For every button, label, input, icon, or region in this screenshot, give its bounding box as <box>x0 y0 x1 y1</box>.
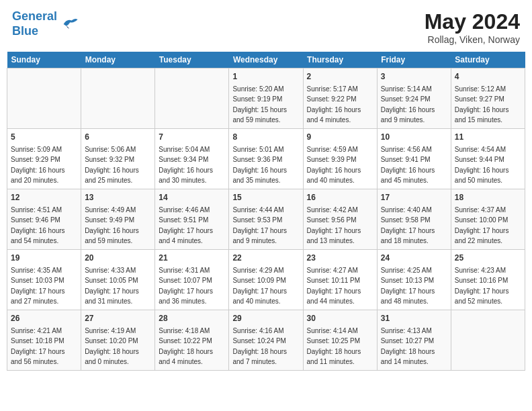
day-cell: 9 Sunrise: 4:59 AMSunset: 9:39 PMDayligh… <box>303 129 377 189</box>
day-info: Sunrise: 4:49 AMSunset: 9:49 PMDaylight:… <box>85 206 139 244</box>
day-info: Sunrise: 4:56 AMSunset: 9:41 PMDaylight:… <box>381 146 435 184</box>
day-number: 26 <box>11 313 77 324</box>
day-cell: 12 Sunrise: 4:51 AMSunset: 9:46 PMDaylig… <box>7 189 81 250</box>
header-tuesday: Tuesday <box>155 52 229 68</box>
calendar-table: SundayMondayTuesdayWednesdayThursdayFrid… <box>7 52 525 371</box>
day-cell: 3 Sunrise: 5:14 AMSunset: 9:24 PMDayligh… <box>377 68 451 129</box>
day-cell: 7 Sunrise: 5:04 AMSunset: 9:34 PMDayligh… <box>155 129 229 189</box>
day-info: Sunrise: 4:27 AMSunset: 10:11 PMDaylight… <box>307 267 361 305</box>
day-cell: 4 Sunrise: 5:12 AMSunset: 9:27 PMDayligh… <box>451 68 525 129</box>
header-monday: Monday <box>81 52 155 68</box>
day-number: 7 <box>159 132 225 143</box>
day-number: 25 <box>455 253 521 264</box>
day-info: Sunrise: 5:04 AMSunset: 9:34 PMDaylight:… <box>159 146 213 184</box>
day-number: 19 <box>11 253 77 264</box>
day-number: 16 <box>307 192 373 203</box>
day-info: Sunrise: 4:13 AMSunset: 10:27 PMDaylight… <box>381 327 435 365</box>
day-number: 14 <box>159 192 225 203</box>
calendar-header-row: SundayMondayTuesdayWednesdayThursdayFrid… <box>7 52 525 68</box>
day-cell: 21 Sunrise: 4:31 AMSunset: 10:07 PMDayli… <box>155 250 229 310</box>
day-number: 1 <box>232 71 299 83</box>
week-row-1: 1 Sunrise: 5:20 AMSunset: 9:19 PMDayligh… <box>7 68 525 129</box>
header-sunday: Sunday <box>7 52 81 68</box>
week-row-3: 12 Sunrise: 4:51 AMSunset: 9:46 PMDaylig… <box>7 189 525 250</box>
day-cell: 15 Sunrise: 4:44 AMSunset: 9:53 PMDaylig… <box>229 189 303 250</box>
week-row-4: 19 Sunrise: 4:35 AMSunset: 10:03 PMDayli… <box>7 250 525 310</box>
day-info: Sunrise: 4:21 AMSunset: 10:18 PMDaylight… <box>11 327 65 365</box>
day-cell: 30 Sunrise: 4:14 AMSunset: 10:25 PMDayli… <box>303 310 377 371</box>
day-info: Sunrise: 4:16 AMSunset: 10:24 PMDaylight… <box>232 327 287 365</box>
day-info: Sunrise: 5:12 AMSunset: 9:27 PMDaylight:… <box>455 85 509 124</box>
logo-general: General <box>12 9 57 23</box>
day-number: 28 <box>159 313 225 324</box>
day-cell: 24 Sunrise: 4:25 AMSunset: 10:13 PMDayli… <box>377 250 451 310</box>
day-number: 29 <box>232 313 299 324</box>
logo-bird-icon <box>60 15 79 34</box>
day-info: Sunrise: 4:46 AMSunset: 9:51 PMDaylight:… <box>159 206 213 244</box>
day-number: 17 <box>381 192 447 203</box>
day-number: 20 <box>85 253 151 264</box>
day-number: 18 <box>455 192 521 203</box>
week-row-2: 5 Sunrise: 5:09 AMSunset: 9:29 PMDayligh… <box>7 129 525 189</box>
day-number: 10 <box>381 132 447 143</box>
day-info: Sunrise: 4:25 AMSunset: 10:13 PMDaylight… <box>381 267 435 305</box>
day-cell: 1 Sunrise: 5:20 AMSunset: 9:19 PMDayligh… <box>229 68 303 129</box>
day-info: Sunrise: 4:44 AMSunset: 9:53 PMDaylight:… <box>232 206 287 244</box>
header-thursday: Thursday <box>303 52 377 68</box>
day-info: Sunrise: 5:01 AMSunset: 9:36 PMDaylight:… <box>232 146 287 184</box>
day-info: Sunrise: 5:17 AMSunset: 9:22 PMDaylight:… <box>307 85 361 124</box>
day-cell: 17 Sunrise: 4:40 AMSunset: 9:58 PMDaylig… <box>377 189 451 250</box>
day-cell: 20 Sunrise: 4:33 AMSunset: 10:05 PMDayli… <box>81 250 155 310</box>
month-title: May 2024 <box>425 9 520 34</box>
day-number: 3 <box>381 71 447 83</box>
day-number: 24 <box>381 253 447 264</box>
location: Rollag, Viken, Norway <box>425 34 520 45</box>
header-friday: Friday <box>377 52 451 68</box>
header-wednesday: Wednesday <box>229 52 303 68</box>
logo: General Blue <box>12 9 79 38</box>
day-cell <box>7 68 81 129</box>
day-info: Sunrise: 5:20 AMSunset: 9:19 PMDaylight:… <box>232 85 287 124</box>
day-number: 27 <box>85 313 151 324</box>
day-info: Sunrise: 5:14 AMSunset: 9:24 PMDaylight:… <box>381 85 435 124</box>
day-number: 2 <box>307 71 373 83</box>
day-cell: 25 Sunrise: 4:23 AMSunset: 10:16 PMDayli… <box>451 250 525 310</box>
day-info: Sunrise: 4:18 AMSunset: 10:22 PMDaylight… <box>159 327 213 365</box>
page-header: General Blue May 2024 Rollag, Viken, Nor… <box>7 7 525 48</box>
day-cell: 27 Sunrise: 4:19 AMSunset: 10:20 PMDayli… <box>81 310 155 371</box>
day-number: 15 <box>232 192 299 203</box>
day-number: 4 <box>455 71 521 83</box>
day-cell: 31 Sunrise: 4:13 AMSunset: 10:27 PMDayli… <box>377 310 451 371</box>
day-cell <box>81 68 155 129</box>
day-info: Sunrise: 4:23 AMSunset: 10:16 PMDaylight… <box>455 267 509 305</box>
day-number: 13 <box>85 192 151 203</box>
day-cell <box>451 310 525 371</box>
day-info: Sunrise: 4:42 AMSunset: 9:56 PMDaylight:… <box>307 206 361 244</box>
day-cell: 23 Sunrise: 4:27 AMSunset: 10:11 PMDayli… <box>303 250 377 310</box>
day-cell: 2 Sunrise: 5:17 AMSunset: 9:22 PMDayligh… <box>303 68 377 129</box>
day-cell: 26 Sunrise: 4:21 AMSunset: 10:18 PMDayli… <box>7 310 81 371</box>
day-info: Sunrise: 4:35 AMSunset: 10:03 PMDaylight… <box>11 267 65 305</box>
title-block: May 2024 Rollag, Viken, Norway <box>425 9 520 45</box>
day-cell: 5 Sunrise: 5:09 AMSunset: 9:29 PMDayligh… <box>7 129 81 189</box>
day-cell: 11 Sunrise: 4:54 AMSunset: 9:44 PMDaylig… <box>451 129 525 189</box>
day-cell: 13 Sunrise: 4:49 AMSunset: 9:49 PMDaylig… <box>81 189 155 250</box>
day-info: Sunrise: 4:29 AMSunset: 10:09 PMDaylight… <box>232 267 287 305</box>
day-info: Sunrise: 4:51 AMSunset: 9:46 PMDaylight:… <box>11 206 65 244</box>
day-number: 6 <box>85 132 151 143</box>
day-number: 5 <box>11 132 77 143</box>
day-info: Sunrise: 4:19 AMSunset: 10:20 PMDaylight… <box>85 327 139 365</box>
day-number: 31 <box>381 313 447 324</box>
day-cell: 19 Sunrise: 4:35 AMSunset: 10:03 PMDayli… <box>7 250 81 310</box>
day-cell: 6 Sunrise: 5:06 AMSunset: 9:32 PMDayligh… <box>81 129 155 189</box>
day-cell: 29 Sunrise: 4:16 AMSunset: 10:24 PMDayli… <box>229 310 303 371</box>
day-cell: 8 Sunrise: 5:01 AMSunset: 9:36 PMDayligh… <box>229 129 303 189</box>
day-cell <box>155 68 229 129</box>
day-info: Sunrise: 5:09 AMSunset: 9:29 PMDaylight:… <box>11 146 65 184</box>
week-row-5: 26 Sunrise: 4:21 AMSunset: 10:18 PMDayli… <box>7 310 525 371</box>
day-info: Sunrise: 4:37 AMSunset: 10:00 PMDaylight… <box>455 206 509 244</box>
day-number: 21 <box>159 253 225 264</box>
day-cell: 16 Sunrise: 4:42 AMSunset: 9:56 PMDaylig… <box>303 189 377 250</box>
day-info: Sunrise: 4:59 AMSunset: 9:39 PMDaylight:… <box>307 146 361 184</box>
logo-blue: Blue <box>12 24 38 38</box>
